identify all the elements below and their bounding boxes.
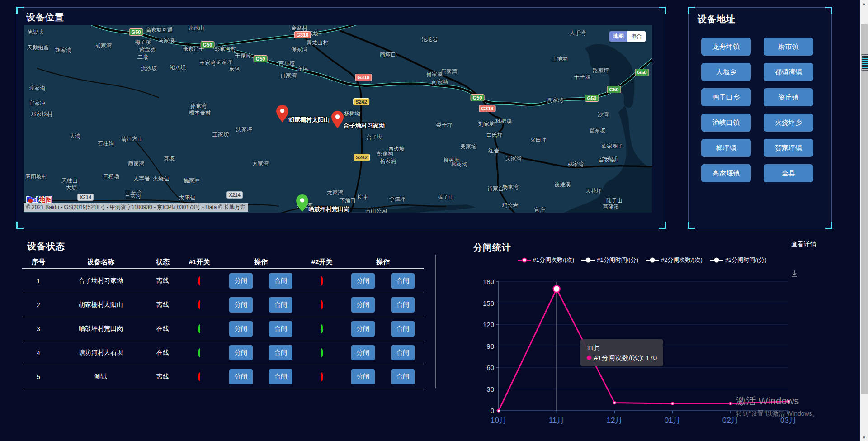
road-badge: X214	[77, 194, 94, 201]
address-button[interactable]: 鸭子口乡	[701, 88, 751, 106]
svg-text:90: 90	[486, 342, 494, 350]
close-switch-button[interactable]: 合闸	[269, 345, 292, 360]
svg-text:11月: 11月	[549, 416, 565, 425]
map-canvas[interactable]: 笔架塝天鹅抱蛋胡家淌马家溪渡家沟官家冲郑家榜村大淌石柱沟清江方山阴阳坡村天柱山大…	[24, 25, 652, 213]
map-place-label: 火田冲	[530, 136, 547, 144]
open-switch-button[interactable]: 分闸	[229, 369, 253, 384]
map-place-label: 官庄	[534, 206, 545, 213]
scrollbar-widget[interactable]	[861, 54, 868, 71]
device-status: 在线	[147, 325, 179, 333]
open-switch-button[interactable]: 分闸	[351, 369, 375, 384]
map-place-label: 何家溪	[426, 71, 443, 78]
open-switch-button[interactable]: 分闸	[229, 273, 253, 289]
legend-item[interactable]: #2分闸时间/(分)	[710, 256, 767, 264]
map-place-label: 白衣庵	[599, 156, 615, 164]
map-place-label: 胡家淌	[55, 47, 71, 54]
switch1-indicator	[198, 372, 200, 381]
address-button[interactable]: 渔峡口镇	[701, 114, 751, 132]
open-switch-button[interactable]: 分闸	[351, 273, 375, 289]
road-badge: G50	[635, 69, 649, 76]
map-type-control[interactable]: 地图混合	[609, 31, 646, 42]
close-switch-button[interactable]: 合闸	[391, 345, 415, 360]
svg-text:12月: 12月	[606, 416, 623, 425]
open-switch-button[interactable]: 分闸	[229, 321, 253, 337]
operation-cell: 分闸 合闸	[342, 273, 424, 289]
open-switch-button[interactable]: 分闸	[351, 297, 375, 313]
map-place-label: 枇杷溪	[495, 118, 512, 125]
map-place-label: 大塘	[66, 184, 77, 192]
scrollbar-down-arrow[interactable]: ▼	[860, 434, 868, 441]
address-button[interactable]: 磨市镇	[764, 38, 813, 56]
table-scrollbar[interactable]	[435, 255, 436, 388]
open-switch-button[interactable]: 分闸	[229, 345, 253, 360]
map-place-label: 柳树坳	[443, 156, 460, 164]
device-location-title: 设备位置	[26, 11, 64, 24]
view-details-link[interactable]: 查看详情	[791, 240, 816, 248]
map-place-label: 渡家沟	[29, 85, 45, 92]
map-place-label: 大淌	[70, 133, 80, 140]
corner-decoration	[16, 7, 24, 14]
device-status-table: 序号设备名称状态#1开关操作#2开关操作 1合子坳村习家坳离线 分闸 合闸 分闸…	[22, 256, 424, 389]
address-button[interactable]: 龙舟坪镇	[701, 38, 751, 56]
map-place-label: 杨家淌	[380, 157, 396, 165]
scrollbar-thumb[interactable]	[861, 24, 868, 394]
road-badge: G50	[201, 41, 215, 48]
map-place-label: 人手湾	[570, 29, 586, 37]
map-place-label: 商垭口	[380, 51, 396, 59]
address-button[interactable]: 贺家坪镇	[764, 139, 813, 157]
switch2-cell	[302, 277, 342, 285]
legend-marker-icon	[646, 257, 659, 263]
open-switch-button[interactable]: 分闸	[351, 321, 375, 337]
address-button[interactable]: 都镇湾镇	[764, 63, 813, 81]
close-switch-button[interactable]: 合闸	[391, 321, 415, 337]
legend-label: #2分闸时间/(分)	[725, 256, 767, 264]
map-pin-label: 合子坳村习家坳	[344, 122, 385, 130]
scrollbar-up-arrow[interactable]: ▲	[860, 0, 868, 7]
switch1-cell	[179, 349, 220, 356]
operation-cell: 分闸 合闸	[342, 321, 424, 337]
table-header-row: 序号设备名称状态#1开关操作#2开关操作	[22, 256, 424, 269]
address-button[interactable]: 大堰乡	[701, 63, 751, 81]
address-button[interactable]: 火烧坪乡	[764, 114, 813, 132]
address-button[interactable]: 全县	[764, 164, 813, 182]
legend-item[interactable]: #1分闸时间/(分)	[581, 256, 638, 264]
address-button[interactable]: 榔坪镇	[701, 139, 751, 157]
corner-decoration	[825, 7, 832, 14]
address-button[interactable]: 资丘镇	[764, 88, 813, 106]
corner-decoration	[825, 222, 832, 229]
map-place-label: 肖家台	[487, 185, 504, 193]
road-badge: G318	[355, 74, 372, 81]
page-scrollbar[interactable]: ▲ ▼	[860, 0, 868, 441]
close-switch-button[interactable]: 合闸	[269, 321, 292, 337]
legend-item[interactable]: #1分闸次数/(次)	[518, 256, 575, 264]
map-place-label: 红岩	[488, 147, 499, 155]
map-type-map-button[interactable]: 地图	[609, 31, 627, 42]
map-place-label: 何家湾	[441, 68, 457, 76]
address-button[interactable]: 高家堰镇	[701, 164, 751, 182]
row-number: 3	[22, 325, 55, 332]
close-switch-button[interactable]: 合闸	[269, 273, 292, 289]
legend-marker-icon	[581, 257, 595, 263]
map-place-label: 四稻场	[103, 173, 119, 180]
switch1-indicator	[198, 300, 200, 309]
device-address-panel: 设备地址 龙舟坪镇磨市镇大堰乡都镇湾镇鸭子口乡资丘镇渔峡口镇火烧坪乡榔坪镇贺家坪…	[688, 7, 832, 228]
map-type-hybrid-button[interactable]: 混合	[627, 31, 646, 42]
close-switch-button[interactable]: 合闸	[269, 369, 292, 384]
operation-cell: 分闸 合闸	[342, 369, 424, 384]
road-badge: X214	[226, 191, 243, 199]
map-place-label: 林家湾	[567, 161, 584, 168]
map-place-label: 高家堰互通	[146, 26, 173, 34]
close-switch-button[interactable]: 合闸	[391, 369, 415, 384]
legend-marker-icon	[518, 257, 531, 263]
open-switch-button[interactable]: 分闸	[351, 345, 375, 360]
legend-item[interactable]: #2分闸次数/(次)	[646, 256, 703, 264]
open-switch-button[interactable]: 分闸	[229, 297, 253, 313]
close-switch-button[interactable]: 合闸	[269, 297, 292, 313]
device-location-panel: 设备位置	[17, 7, 665, 228]
close-switch-button[interactable]: 合闸	[391, 297, 415, 313]
map-place-label: 东包	[229, 65, 240, 73]
map-place-label: 千家岭	[235, 52, 251, 60]
device-name: 胡家棚村太阳山	[55, 301, 147, 309]
close-switch-button[interactable]: 合闸	[391, 273, 415, 289]
operation-cell: 分闸 合闸	[220, 321, 302, 337]
